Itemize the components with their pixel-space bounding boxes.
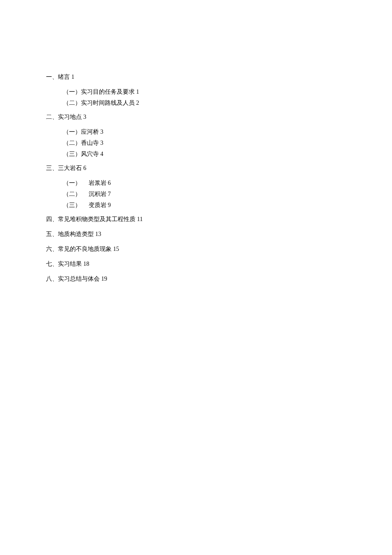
toc-section-3-title: 三、三大岩石 6 xyxy=(46,165,86,171)
toc-section-7: 七、实习结果 18 xyxy=(46,259,392,268)
toc-section-6-title: 六、常见的不良地质现象 15 xyxy=(46,246,119,252)
toc-item-label: （二）实习时间路线及人员 2 xyxy=(63,100,139,106)
toc-item-label: （一） 岩浆岩 6 xyxy=(63,180,111,186)
toc-item: （二）香山寺 3 xyxy=(63,138,392,147)
toc-section-7-title: 七、实习结果 18 xyxy=(46,261,89,267)
toc-item: （二）实习时间路线及人员 2 xyxy=(63,98,392,107)
toc-section-3: 三、三大岩石 6 xyxy=(46,164,392,173)
toc-section-1-subitems: （一）实习目的任务及要求 1 （二）实习时间路线及人员 2 xyxy=(46,87,392,107)
toc-section-3-subitems: （一） 岩浆岩 6 （二） 沉积岩 7 （三） 变质岩 9 xyxy=(46,178,392,210)
toc-section-2-title: 二、实习地点 3 xyxy=(46,114,86,120)
toc-item: （三） 变质岩 9 xyxy=(63,201,392,210)
toc-section-1: 一、绪言 1 xyxy=(46,72,392,81)
toc-section-5-title: 五、地质构造类型 13 xyxy=(46,231,101,237)
toc-item-label: （二） 沉积岩 7 xyxy=(63,191,111,197)
toc-section-8-title: 八、实习总结与体会 19 xyxy=(46,276,107,282)
toc-item: （三）风穴寺 4 xyxy=(63,150,392,158)
toc-item-label: （一）应河桥 3 xyxy=(63,129,104,135)
toc-item: （一） 岩浆岩 6 xyxy=(63,178,392,187)
toc-item-label: （三）风穴寺 4 xyxy=(63,151,104,157)
toc-section-2-subitems: （一）应河桥 3 （二）香山寺 3 （三）风穴寺 4 xyxy=(46,127,392,158)
toc-item-label: （一）实习目的任务及要求 1 xyxy=(63,89,139,95)
toc-section-8: 八、实习总结与体会 19 xyxy=(46,274,392,283)
toc-item: （二） 沉积岩 7 xyxy=(63,190,392,198)
toc-section-4-title: 四、常见堆积物类型及其工程性质 11 xyxy=(46,216,143,222)
toc-section-6: 六、常见的不良地质现象 15 xyxy=(46,244,392,253)
toc-item-label: （二）香山寺 3 xyxy=(63,140,104,146)
toc-item: （一）应河桥 3 xyxy=(63,127,392,136)
toc-item: （一）实习目的任务及要求 1 xyxy=(63,87,392,96)
toc-section-4: 四、常见堆积物类型及其工程性质 11 xyxy=(46,215,392,224)
toc-section-2: 二、实习地点 3 xyxy=(46,112,392,121)
toc-section-1-title: 一、绪言 1 xyxy=(46,74,75,80)
toc-section-5: 五、地质构造类型 13 xyxy=(46,230,392,239)
toc-item-label: （三） 变质岩 9 xyxy=(63,202,111,208)
